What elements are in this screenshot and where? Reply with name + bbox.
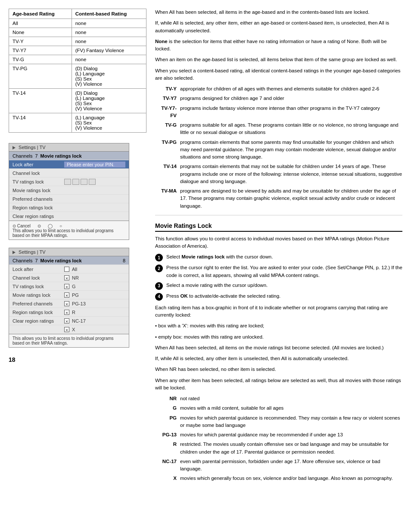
- movie-rating-code: PG: [155, 414, 177, 429]
- ui-box2-body: Channels 7 Movie ratings lock 8 Lock aft…: [9, 256, 129, 334]
- g-cb-box: [64, 284, 69, 289]
- tv-rating-def: TV-Y7programs designed for children age …: [155, 95, 402, 102]
- box-note3: • empty box: movies with this rating are…: [155, 333, 402, 341]
- pin-dot-1: [64, 179, 71, 185]
- please-enter-pin: Please enter your PIN.: [64, 162, 125, 168]
- pin-dot-2: [72, 179, 79, 185]
- lock-after-all-row[interactable]: Lock after All: [9, 265, 129, 274]
- age-rating-cell: TV-14: [9, 113, 72, 133]
- channel-lock-row[interactable]: Channel lock: [9, 169, 129, 177]
- x-cb-box: [64, 327, 69, 332]
- movie-rating-code: NR: [155, 395, 177, 402]
- tv-ratings-lock-label2: TV ratings lock: [12, 284, 64, 289]
- tv-ratings-pin-dots: [64, 179, 125, 185]
- right-column: When All has been selected, all items in…: [155, 9, 402, 523]
- nr-cb-box: [64, 275, 69, 280]
- tv-ratings-g-row[interactable]: TV ratings lock G: [9, 282, 129, 291]
- movie-rating-desc: movies for which parental guidance may b…: [180, 431, 402, 439]
- step-num: 3: [155, 282, 163, 290]
- movie-rating-desc: restricted. The movies usually contain o…: [180, 441, 402, 456]
- preferred-channels-label1: Preferred channels: [12, 196, 64, 202]
- age-rating-cell: None: [9, 28, 72, 37]
- ui-box2-footer: This allows you to limit access to indiv…: [9, 334, 129, 347]
- tv-ratings-lock-row[interactable]: TV ratings lock: [9, 177, 129, 186]
- movie-ratings-intro: This function allows you to control acce…: [155, 235, 402, 250]
- pg13-cb-box: [64, 301, 69, 306]
- movie-rating-def: PG-13movies for which parental guidance …: [155, 431, 402, 439]
- r-cb-box: [64, 310, 69, 315]
- channels-label: Channels: [12, 153, 32, 159]
- preferred-channels-row1[interactable]: Preferred channels: [9, 195, 129, 203]
- ui-box1-header: Settings | TV: [9, 143, 129, 152]
- pg13-checkbox: PG-13: [64, 301, 125, 306]
- movie-rating-desc: movies which generally focus on sex, vio…: [180, 475, 402, 482]
- tv-rating-desc: appropriate for children of all ages wit…: [180, 85, 402, 93]
- movie-rating-def: Rrestricted. The movies usually contain …: [155, 441, 402, 456]
- movie-ratings-heading: Movie Ratings Lock: [155, 222, 402, 232]
- movie-ratings-pg-row[interactable]: Movie ratings lock PG: [9, 291, 129, 299]
- region-ratings-lock-row1[interactable]: Region ratings lock: [9, 203, 129, 212]
- age-rating-cell: TV-Y7: [9, 46, 72, 55]
- channel-num2: 7: [35, 258, 37, 263]
- up-icon: ◯: [48, 224, 53, 228]
- step-item: 4Press OK to activate/de-activate the se…: [155, 292, 402, 301]
- age-rating-cell: TV-PG: [9, 64, 72, 89]
- tv-rating-desc: programs contain elements that may not b…: [180, 163, 402, 185]
- movie-rating-def: Xmovies which generally focus on sex, vi…: [155, 475, 402, 482]
- pin-dot-4: [89, 179, 96, 185]
- region-ratings-r-row[interactable]: Region ratings lock R: [9, 308, 129, 317]
- tv-rating-desc: programs include fantasy violence more i…: [180, 105, 402, 120]
- channel-lock-label: Channel lock: [12, 171, 64, 176]
- tv-ratings-list: TV-Yappropriate for children of all ages…: [155, 85, 402, 210]
- channel-type: Movie ratings lock: [40, 153, 82, 159]
- col1-header: Age-based Rating: [9, 9, 72, 19]
- movie-rating-code: PG-13: [155, 431, 177, 439]
- channel-lock-label2: Channel lock: [12, 275, 64, 280]
- tv-rating-code: TV-14: [155, 163, 177, 185]
- ui-box-ratings: Settings | TV Channels 7 Movie ratings l…: [9, 248, 129, 348]
- step-text: Press OK to activate/de-activate the sel…: [166, 292, 280, 301]
- rating-table: Age-based Rating Content-based Rating Al…: [9, 9, 146, 133]
- channel-lock-nr-row[interactable]: Channel lock NR: [9, 274, 129, 282]
- top-note-1: When All has been selected, all items in…: [155, 9, 402, 16]
- tv-rating-def: TV-MAprograms are designed to be viewed …: [155, 187, 402, 210]
- ok-icon: ⊙: [37, 224, 41, 228]
- movie-rating-code: NC-17: [155, 458, 177, 473]
- tv-rating-desc: programs suitable for all ages. These pr…: [180, 121, 402, 137]
- step-item: 3Select a movie rating with the cursor u…: [155, 282, 402, 290]
- movie-rating-def: NRnot rated: [155, 395, 402, 402]
- all-note2: If, while All is selected, any other ite…: [155, 355, 402, 362]
- box-note2: • box with a 'X': movies with this ratin…: [155, 322, 402, 330]
- age-rating-cell: TV-14: [9, 89, 72, 113]
- lock-after-label: Lock after: [12, 162, 64, 167]
- all-cb-box: [64, 267, 69, 272]
- movie-rating-desc: movies for which parental guidance is re…: [180, 414, 402, 429]
- nr-checkbox: NR: [64, 275, 125, 280]
- clear-region-ratings-row1[interactable]: Clear region ratings: [9, 212, 129, 221]
- lock-after-row[interactable]: Lock after Please enter your PIN.: [9, 160, 129, 169]
- age-rating-cell: All: [9, 19, 72, 28]
- g-checkbox: G: [64, 284, 125, 289]
- step-num: 4: [155, 293, 163, 301]
- step-num: 2: [155, 264, 163, 272]
- page-content: Age-based Rating Content-based Rating Al…: [0, 0, 411, 532]
- movie-ratings-lock-row1[interactable]: Movie ratings lock: [9, 186, 129, 195]
- content-rating-cell: none: [72, 37, 146, 46]
- page-number: 18: [9, 356, 146, 363]
- step-num: 1: [155, 254, 163, 261]
- all-note1: When All has been selected, all items on…: [155, 344, 402, 352]
- preferred-channels-label2: Preferred channels: [12, 301, 64, 306]
- pg-checkbox: PG: [64, 292, 125, 298]
- x-row[interactable]: X: [9, 325, 129, 334]
- content-rating-cell: none: [72, 28, 146, 37]
- cancel-icon: ⊙ Cancel: [12, 224, 31, 228]
- all-checkbox: All: [64, 267, 125, 272]
- step-text: Press the cursor right to enter the list…: [166, 264, 402, 279]
- preferred-channels-pg13-row[interactable]: Preferred channels PG-13: [9, 299, 129, 308]
- movie-rating-def: PGmovies for which parental guidance is …: [155, 414, 402, 429]
- clear-region-nc17-row[interactable]: Clear region ratings NC-17: [9, 317, 129, 325]
- step-item: 2Press the cursor right to enter the lis…: [155, 264, 402, 279]
- content-rating-cell: none: [72, 19, 146, 28]
- top-note-2: If, while All is selected, any other ite…: [155, 19, 402, 34]
- channel-num: 7: [35, 153, 37, 159]
